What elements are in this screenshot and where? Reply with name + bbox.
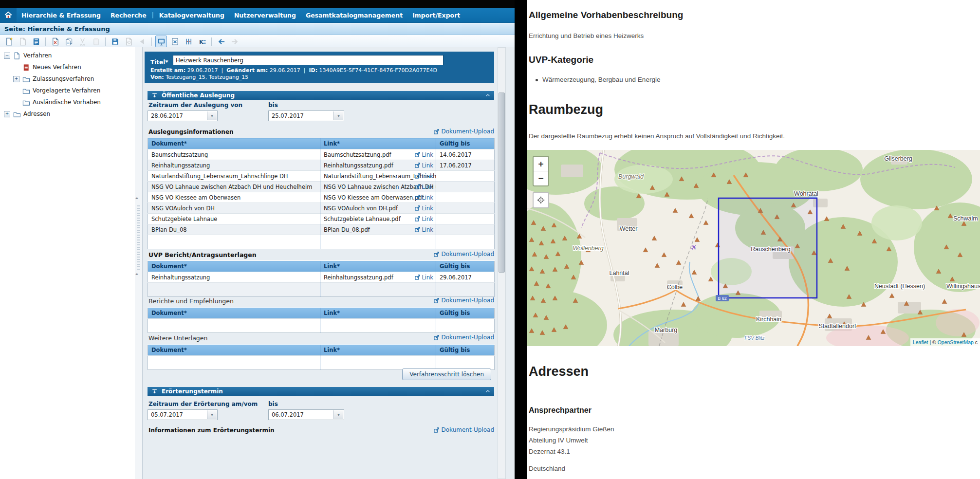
dokument-cell[interactable]: NSG VO Kiessee am Oberwasen: [148, 192, 320, 203]
link-cell[interactable]: Baumschutzsatzung.pdfLink: [320, 149, 436, 160]
zoom-out-button[interactable]: −: [534, 171, 548, 185]
dokument-upload-link[interactable]: Dokument-Upload: [434, 426, 494, 433]
section-bar-oeffentliche-auslegung[interactable]: Öffentliche Auslegung: [148, 91, 494, 100]
dokument-cell[interactable]: Baumschutzsatzung: [148, 149, 320, 160]
link-open-link[interactable]: Link: [415, 226, 433, 233]
nav-item-katalogverwaltung[interactable]: Katalogverwaltung: [159, 12, 224, 19]
dokument-cell[interactable]: [148, 235, 320, 249]
collapse-chevron-icon[interactable]: [485, 388, 491, 394]
dokument-cell[interactable]: Reinhaltungssatzung: [148, 160, 320, 171]
delete-step-button[interactable]: Verfahrensschritt löschen: [402, 368, 491, 380]
tree-item-vorgelagerte-verfahren[interactable]: Vorgelagerte Verfahren: [0, 85, 135, 96]
scrollbar-thumb[interactable]: [499, 92, 505, 273]
dokument-cell[interactable]: [148, 356, 320, 370]
link-open-link[interactable]: Link: [415, 162, 433, 169]
gueltig-bis-cell[interactable]: [436, 224, 495, 235]
link-cell[interactable]: Reinhaltungssatzung.pdfLink: [320, 272, 436, 283]
monitor-save-icon[interactable]: [155, 36, 167, 47]
osm-link[interactable]: OpenStreetMap: [938, 339, 974, 345]
link-open-link[interactable]: Link: [415, 151, 433, 158]
splitter-expand-icon[interactable]: ◂▸: [135, 272, 138, 276]
copy-document-icon[interactable]: [63, 36, 74, 47]
link-open-link[interactable]: Link: [415, 173, 433, 180]
zoom-in-button[interactable]: +: [534, 157, 548, 171]
link-cell[interactable]: [320, 319, 436, 333]
link-cell[interactable]: BPlan Du_08.pdfLink: [320, 224, 436, 235]
nav-item-import-export[interactable]: Import/Export: [412, 12, 460, 19]
tree-expander-plus-icon[interactable]: +: [13, 76, 19, 82]
calendar-dropdown-icon[interactable]: ▾: [333, 410, 343, 419]
gueltig-bis-cell[interactable]: [436, 182, 495, 192]
tree-item-ausl-ndische-vorhaben[interactable]: Ausländische Vorhaben: [0, 96, 135, 108]
back-triangle-icon[interactable]: [136, 36, 148, 47]
tree-item-zulassungsverfahren[interactable]: +Zulassungsverfahren: [0, 73, 135, 85]
dokument-cell[interactable]: Naturlandstiftung_Lebensraum_Lahnschling…: [148, 171, 320, 182]
history-back-icon[interactable]: [215, 36, 227, 47]
splitter-grip[interactable]: [137, 205, 140, 270]
dokument-upload-link[interactable]: Dokument-Upload: [434, 297, 494, 304]
title-input[interactable]: [173, 55, 444, 65]
form-list-icon[interactable]: [30, 36, 42, 47]
link-cell[interactable]: NSG VO Lahnaue zwischen Atzbach DH undLi…: [320, 182, 436, 192]
link-open-link[interactable]: Link: [415, 184, 433, 190]
tree-item-verfahren[interactable]: −Verfahren: [0, 50, 135, 61]
gueltig-bis-cell[interactable]: [436, 203, 495, 214]
tree-item-adressen[interactable]: +Adressen: [0, 108, 135, 120]
link-cell[interactable]: [320, 283, 436, 297]
section-bar-eroerterungstermin[interactable]: Erörterungstermin: [148, 387, 494, 396]
leaflet-link[interactable]: Leaflet: [913, 339, 928, 345]
link-open-link[interactable]: Link: [415, 194, 433, 201]
gueltig-bis-cell[interactable]: [436, 235, 495, 249]
dokument-cell[interactable]: BPlan Du_08: [148, 224, 320, 235]
calendar-dropdown-icon[interactable]: ▾: [207, 410, 217, 419]
eroerterung-to-date-input[interactable]: 06.07.2017 ▾: [268, 409, 344, 420]
excel-export-icon[interactable]: [169, 36, 181, 47]
open-document-icon[interactable]: [17, 36, 28, 47]
link-cell[interactable]: Schutzgebiete Lahnaue.pdfLink: [320, 214, 436, 224]
dokument-cell[interactable]: [148, 319, 320, 333]
tree-expander-plus-icon[interactable]: +: [4, 111, 10, 117]
gueltig-bis-cell[interactable]: 17.06.2017: [436, 160, 495, 171]
gueltig-bis-cell[interactable]: [436, 319, 495, 333]
delete-document-icon[interactable]: [49, 36, 61, 47]
gueltig-bis-cell[interactable]: 29.06.2017: [436, 272, 495, 283]
dokument-cell[interactable]: Schutzgebiete Lahnaue: [148, 214, 320, 224]
dokument-upload-link[interactable]: Dokument-Upload: [434, 251, 494, 258]
link-open-link[interactable]: Link: [415, 216, 433, 222]
new-document-icon[interactable]: [3, 36, 15, 47]
dokument-cell[interactable]: NSG VOAuloch von DH: [148, 203, 320, 214]
nav-item-nutzerverwaltung[interactable]: Nutzerverwaltung: [234, 12, 296, 19]
link-cell[interactable]: Reinhaltungssatzung.pdfLink: [320, 160, 436, 171]
link-cell[interactable]: [320, 356, 436, 370]
link-cell[interactable]: NSG VOAuloch von DH.pdfLink: [320, 203, 436, 214]
save-icon[interactable]: [109, 36, 121, 47]
link-open-link[interactable]: Link: [415, 274, 433, 281]
column-width-icon[interactable]: [183, 36, 194, 47]
auslegung-from-date-input[interactable]: 28.06.2017 ▾: [148, 111, 218, 121]
link-open-link[interactable]: Link: [415, 205, 433, 212]
dokument-cell[interactable]: NSG VO Lahnaue zwischen Atzbach DH und H…: [148, 182, 320, 192]
dokument-upload-link[interactable]: Dokument-Upload: [434, 334, 494, 341]
locate-button[interactable]: [533, 192, 549, 208]
link-cell[interactable]: NSG VO Kiessee am Oberwasen.pdfLink: [320, 192, 436, 203]
gueltig-bis-cell[interactable]: [436, 214, 495, 224]
paste-icon[interactable]: [90, 36, 102, 47]
home-icon[interactable]: [0, 8, 17, 22]
calendar-dropdown-icon[interactable]: ▾: [333, 111, 343, 120]
panel-splitter[interactable]: ◂▸ ◂▸: [135, 47, 143, 479]
form-scrollbar[interactable]: [498, 47, 506, 479]
dokument-cell[interactable]: [148, 283, 320, 297]
dokument-cell[interactable]: Reinhaltungssatzung: [148, 272, 320, 283]
gueltig-bis-cell[interactable]: [436, 192, 495, 203]
map[interactable]: BurgwaldWollenbergGilserbergWohratalWett…: [527, 150, 980, 346]
auslegung-to-date-input[interactable]: 25.07.2017 ▾: [268, 111, 344, 121]
cut-icon[interactable]: [76, 36, 88, 47]
catalog-k-icon[interactable]: K: [196, 36, 208, 47]
collapse-chevron-icon[interactable]: [485, 92, 491, 98]
revert-document-icon[interactable]: [123, 36, 134, 47]
tree-expander-minus-icon[interactable]: −: [4, 53, 10, 59]
link-cell[interactable]: [320, 235, 436, 249]
history-forward-icon[interactable]: [229, 36, 240, 47]
calendar-dropdown-icon[interactable]: ▾: [207, 111, 217, 120]
eroerterung-from-date-input[interactable]: 05.07.2017 ▾: [148, 409, 218, 420]
